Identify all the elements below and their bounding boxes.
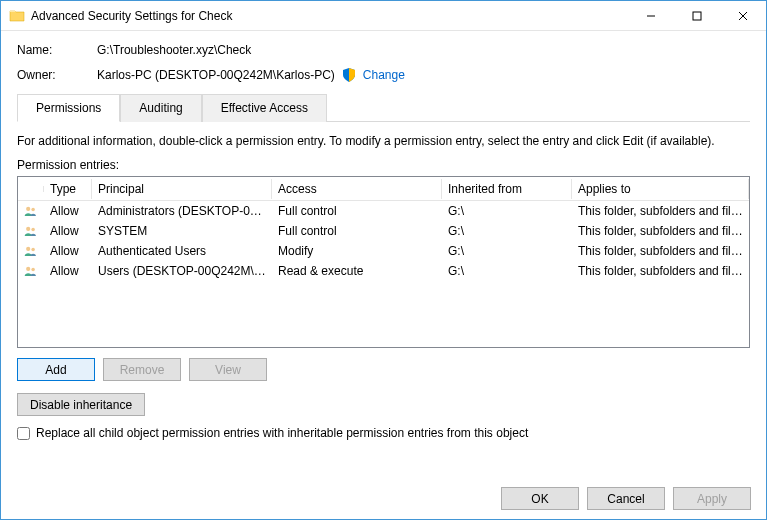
cell-access: Modify [272,241,442,261]
header-inherited[interactable]: Inherited from [442,179,572,199]
tab-effective-access[interactable]: Effective Access [202,94,327,122]
svg-point-5 [31,208,34,212]
cell-inherited: G:\ [442,261,572,281]
cell-access: Full control [272,221,442,241]
cancel-button[interactable]: Cancel [587,487,665,510]
replace-checkbox-label: Replace all child object permission entr… [36,426,528,440]
table-row[interactable]: AllowAdministrators (DESKTOP-00...Full c… [18,201,749,221]
change-owner-link[interactable]: Change [363,68,405,82]
users-icon [24,244,38,258]
replace-checkbox-row: Replace all child object permission entr… [17,426,750,440]
view-button: View [189,358,267,381]
owner-value: Karlos-PC (DESKTOP-00Q242M\Karlos-PC) [97,68,335,82]
owner-label: Owner: [17,68,97,82]
add-button[interactable]: Add [17,358,95,381]
minimize-button[interactable] [628,1,674,31]
name-row: Name: G:\Troubleshooter.xyz\Check [17,43,750,57]
cell-inherited: G:\ [442,201,572,221]
titlebar: Advanced Security Settings for Check [1,1,766,31]
maximize-button[interactable] [674,1,720,31]
table-row[interactable]: AllowSYSTEMFull controlG:\This folder, s… [18,221,749,241]
window-title: Advanced Security Settings for Check [31,9,628,23]
header-principal[interactable]: Principal [92,179,272,199]
svg-rect-1 [693,12,701,20]
table-row[interactable]: AllowUsers (DESKTOP-00Q242M\Us...Read & … [18,261,749,281]
close-button[interactable] [720,1,766,31]
svg-point-7 [31,228,34,232]
dialog-footer: OK Cancel Apply [501,487,751,510]
users-icon [24,264,38,278]
cell-principal: SYSTEM [92,221,272,241]
table-row[interactable]: AllowAuthenticated UsersModifyG:\This fo… [18,241,749,261]
cell-type: Allow [44,201,92,221]
cell-principal: Authenticated Users [92,241,272,261]
header-access[interactable]: Access [272,179,442,199]
cell-inherited: G:\ [442,241,572,261]
svg-point-8 [26,247,30,251]
header-applies[interactable]: Applies to [572,179,749,199]
cell-principal: Users (DESKTOP-00Q242M\Us... [92,261,272,281]
cell-principal: Administrators (DESKTOP-00... [92,201,272,221]
cell-access: Read & execute [272,261,442,281]
users-icon [24,224,38,238]
cell-inherited: G:\ [442,221,572,241]
remove-button: Remove [103,358,181,381]
entries-header: Type Principal Access Inherited from App… [18,177,749,201]
cell-applies: This folder, subfolders and files [572,261,749,281]
entries-label: Permission entries: [17,158,750,172]
tab-permissions[interactable]: Permissions [17,94,120,122]
description-text: For additional information, double-click… [17,134,750,148]
replace-checkbox[interactable] [17,427,30,440]
cell-access: Full control [272,201,442,221]
tabs: Permissions Auditing Effective Access [17,93,750,122]
ok-button[interactable]: OK [501,487,579,510]
owner-row: Owner: Karlos-PC (DESKTOP-00Q242M\Karlos… [17,67,750,83]
svg-point-9 [31,248,34,252]
cell-applies: This folder, subfolders and files [572,241,749,261]
apply-button: Apply [673,487,751,510]
users-icon [24,204,38,218]
name-value: G:\Troubleshooter.xyz\Check [97,43,251,57]
svg-point-11 [31,268,34,272]
cell-applies: This folder, subfolders and files [572,201,749,221]
folder-icon [9,8,25,24]
name-label: Name: [17,43,97,57]
svg-point-6 [26,227,30,231]
svg-point-4 [26,207,30,211]
cell-type: Allow [44,221,92,241]
svg-point-10 [26,267,30,271]
cell-applies: This folder, subfolders and files [572,221,749,241]
shield-icon [341,67,357,83]
cell-type: Allow [44,261,92,281]
cell-type: Allow [44,241,92,261]
permission-entries-list[interactable]: Type Principal Access Inherited from App… [17,176,750,348]
content: Name: G:\Troubleshooter.xyz\Check Owner:… [1,31,766,450]
disable-inheritance-button[interactable]: Disable inheritance [17,393,145,416]
header-type[interactable]: Type [44,179,92,199]
entry-buttons: Add Remove View [17,358,750,381]
tab-auditing[interactable]: Auditing [120,94,201,122]
